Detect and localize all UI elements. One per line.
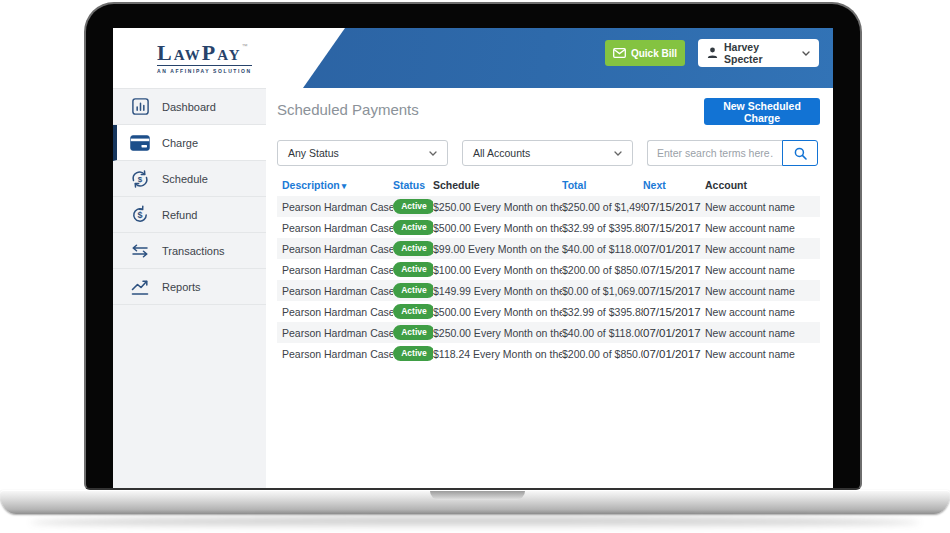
cell-total: $200.00 of $850.00 [562,264,643,276]
logo-divider [157,65,252,66]
cell-description: Pearson Hardman Case #318 [282,306,393,318]
cell-next: 07/15/2017 [643,264,705,276]
status-badge: Active [393,325,433,340]
cell-status: Active [393,325,433,340]
cell-status: Active [393,262,433,277]
cell-total: $200.00 of $850.00 [562,348,643,360]
cell-total: $32.99 of $395.88 [562,306,643,318]
column-header[interactable]: Total▾ [562,179,643,191]
table-row[interactable]: Pearson Hardman Case #311 Active $149.99… [277,280,820,301]
status-filter-value: Any Status [288,147,339,159]
sidebar-item-label: Schedule [162,173,208,185]
search-button[interactable] [782,140,818,166]
column-header[interactable]: Description▾ [282,179,393,191]
cell-status: Active [393,283,433,298]
cell-status: Active [393,199,433,214]
status-badge: Active [393,241,433,256]
cell-description: Pearson Hardman Case #348 [282,327,393,339]
logo-panel: LawPay™ AN AFFINIPAY SOLUTION [113,28,345,88]
sort-caret-icon: ▾ [342,181,347,191]
sidebar-item[interactable]: Reports [113,269,266,305]
lawpay-logo: LawPay™ AN AFFINIPAY SOLUTION [157,43,252,74]
cell-next: 07/01/2017 [643,243,705,255]
cell-schedule: $100.00 Every Month on the 15th [433,264,562,276]
main-header: Scheduled Payments New Scheduled Charge [277,98,820,140]
accounts-filter-dropdown[interactable]: All Accounts [462,140,633,166]
status-filter-dropdown[interactable]: Any Status [277,140,448,166]
cell-account: New account name [705,264,820,276]
cell-next: 07/15/2017 [643,306,705,318]
accounts-filter-value: All Accounts [473,147,530,159]
cell-description: Pearson Hardman Case #239 [282,201,393,213]
svg-text:$: $ [137,210,142,220]
status-badge: Active [393,220,433,235]
reports-icon [130,277,150,297]
header-actions: Quick Bill Harvey Specter [605,39,819,67]
cell-next: 07/15/2017 [643,222,705,234]
column-header[interactable]: Next▾ [643,179,705,191]
transactions-icon [130,241,150,261]
cell-total: $40.00 of $118.00 [562,243,643,255]
envelope-icon [613,48,626,58]
table-row[interactable]: Pearson Hardman Case #291 Active $100.00… [277,259,820,280]
sidebar-item-label: Reports [162,281,201,293]
chevron-down-icon [802,51,810,56]
filter-bar: Any Status All Accounts [277,140,820,166]
cell-description: Pearson Hardman Case #249 [282,222,393,234]
cell-account: New account name [705,327,820,339]
column-header[interactable]: Schedule▾ [433,179,562,191]
table-header-row: Description▾ Status▾ Schedule▾ [277,175,820,194]
logo-wordmark: LawPay [157,40,242,65]
search-group [647,140,818,166]
table-row[interactable]: Pearson Hardman Case #239 Active $250.00… [277,196,820,217]
sidebar-item[interactable]: Transactions [113,233,266,269]
quick-bill-button[interactable]: Quick Bill [605,40,685,66]
cell-total: $32.99 of $395.88 [562,222,643,234]
sidebar-item[interactable]: Charge [113,125,266,161]
column-header[interactable]: Status▾ [393,179,433,191]
status-badge: Active [393,283,433,298]
cell-schedule: $118.24 Every Month on the 1st [433,348,562,360]
laptop-mockup: LawPay™ AN AFFINIPAY SOLUTION Quick Bill [0,0,950,533]
new-scheduled-charge-button[interactable]: New Scheduled Charge [704,98,820,125]
table-row[interactable]: Pearson Hardman Case #367 Active $118.24… [277,343,820,364]
sidebar: Dashboard Charge $ Schedule $ Refu [113,88,266,488]
sidebar-item-label: Refund [162,209,197,221]
table-row[interactable]: Pearson Hardman Case #318 Active $500.00… [277,301,820,322]
refund-icon: $ [130,205,150,225]
trademark-symbol: ™ [242,43,248,49]
cell-description: Pearson Hardman Case #367 [282,348,393,360]
quick-bill-label: Quick Bill [631,48,677,59]
cell-account: New account name [705,243,820,255]
cell-next: 07/01/2017 [643,327,705,339]
chevron-down-icon [614,151,622,156]
table-row[interactable]: Pearson Hardman Case #249 Active $500.00… [277,217,820,238]
person-icon [707,47,718,59]
cell-account: New account name [705,348,820,360]
sidebar-item[interactable]: $ Refund [113,197,266,233]
laptop-shadow [30,517,920,528]
table-row[interactable]: Pearson Hardman Case #279 Active $99.00 … [277,238,820,259]
column-header[interactable]: Account▾ [705,179,820,191]
page-title: Scheduled Payments [277,98,419,118]
recurring-icon: $ [130,169,150,189]
table-row[interactable]: Pearson Hardman Case #348 Active $250.00… [277,322,820,343]
cell-schedule: $99.00 Every Month on the 1st [433,243,562,255]
cell-total: $0.00 of $1,069.08 [562,285,643,297]
cell-next: 07/15/2017 [643,201,705,213]
cell-status: Active [393,241,433,256]
sidebar-item[interactable]: Dashboard [113,89,266,125]
cell-account: New account name [705,306,820,318]
cell-account: New account name [705,201,820,213]
sidebar-item-label: Charge [162,137,198,149]
app-screen: LawPay™ AN AFFINIPAY SOLUTION Quick Bill [113,28,833,488]
sidebar-item[interactable]: $ Schedule [113,161,266,197]
app-header: LawPay™ AN AFFINIPAY SOLUTION Quick Bill [113,28,833,88]
table-body: Pearson Hardman Case #239 Active $250.00… [277,196,820,364]
search-input[interactable] [647,140,782,166]
status-badge: Active [393,346,433,361]
sidebar-item-label: Dashboard [162,101,216,113]
user-name: Harvey Specter [724,41,796,65]
user-menu[interactable]: Harvey Specter [698,39,819,67]
dashboard-icon [130,97,150,117]
